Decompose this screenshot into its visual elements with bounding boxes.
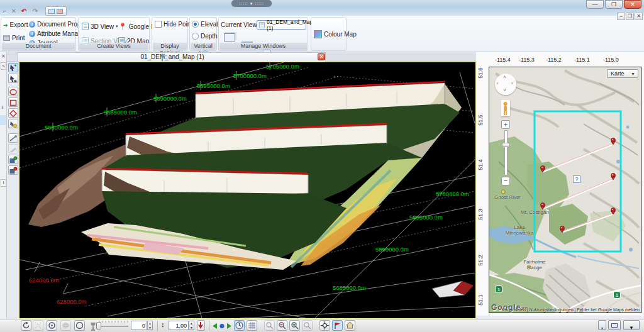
orbit-button[interactable] [47,320,57,331]
apply-scale-button[interactable] [197,320,205,331]
flag-marker-button[interactable] [332,320,343,331]
tab-01-dem-and-map[interactable]: 01_DEM_and_Map (1) [18,52,326,62]
rectangle-select-icon[interactable] [8,97,18,107]
map-help-icon[interactable]: ? [573,175,580,183]
ellipse-select-icon[interactable] [8,87,18,96]
zoom-slider-handle[interactable] [502,143,510,147]
manage-windows-group-label: Manage Windows [219,43,307,50]
mdi-close-icon[interactable]: ✕ [635,13,643,20]
ribbon-group-vertical-axis: Elevation Depth Vertical Axis [189,17,217,51]
current-view-label: Current View: [221,21,258,28]
window-split-icon [48,9,55,14]
3d-view-button[interactable]: 3D View ▾ [82,23,118,30]
panel-chevron-icon[interactable]: ⇓ [1,105,4,110]
panel-close-icon[interactable]: ✕ [1,53,6,59]
pan-mode-control[interactable] [213,321,231,331]
dock-grip[interactable]: ::::: ▾ ::::: [231,0,272,7]
ribbon: – ❐ ✕ ➜ Export Print i Document Properti… [0,16,644,52]
circle-view-button[interactable] [74,320,85,331]
pan-left-icon[interactable]: ‹ [497,80,499,86]
map-canvas[interactable]: Ghost River Mt. Costigan Lake Minnewanka… [489,67,641,313]
map-type-dropdown[interactable]: Karte ▼ [607,69,638,78]
angle-spinbox[interactable]: 0 [131,321,147,330]
polygon-select-icon[interactable] [8,108,18,118]
axis-label-green: 5690000.0m [375,246,409,253]
print-label: Print [12,35,25,42]
zoom-in-button[interactable] [289,320,300,331]
lon-label: -115.1 [574,57,590,63]
rotate-view-button[interactable] [21,320,31,331]
mdi-restore-icon[interactable]: ❐ [626,13,634,20]
map-attribution[interactable]: Kartendaten | Nutzungsbedingungen | Fehl… [502,307,640,312]
window-layout-quick-button[interactable] [45,6,67,16]
measure-tool-icon[interactable] [8,133,18,143]
cascade-windows-icon[interactable] [224,33,235,42]
map-pan-control[interactable]: ˄ ˅ ‹ › [495,74,516,95]
3d-scene: 5680000.0m 5685000.0m 5690000.0m 5695000… [19,62,475,318]
window-icon [611,323,618,328]
map-dropdown-button[interactable]: ▼ [623,320,640,330]
lon-label: -115.2 [546,57,562,63]
zoom-out-button[interactable]: − [501,177,510,185]
zoom-in-button[interactable]: + [501,120,510,129]
undo-icon[interactable]: ↶ [19,7,29,16]
reset-view-button[interactable] [33,320,43,331]
left-dock-strip: ✕ s ⇓ t [0,52,7,332]
time-animation-button[interactable] [234,320,245,331]
remove-point-tool-icon[interactable] [8,165,18,175]
panel-tab-t[interactable]: t [1,179,6,187]
lat-label: 51.6 [477,66,484,80]
edit-tool-icon[interactable] [8,144,18,153]
home-view-button[interactable] [345,320,355,331]
current-view-value: 01_DEM_and_Map (1) [267,19,313,31]
colour-map-icon [314,30,322,38]
axis-label-green: 5680000.0m [45,124,78,131]
axis-label-red: 624000.0m [29,277,59,284]
close-quick-icon[interactable]: ✕ [9,7,19,16]
zoom-window-button[interactable] [264,320,275,331]
pan-up-icon[interactable]: ˄ [503,74,506,80]
zoom-out-button[interactable] [277,320,287,331]
print-button[interactable]: Print [3,35,25,42]
map-window-button[interactable] [608,320,621,330]
redo-icon[interactable]: ↷ [30,7,40,16]
restore-button[interactable]: ❐ [605,0,623,9]
3d-viewport[interactable]: 5680000.0m 5685000.0m 5690000.0m 5695000… [19,62,476,319]
opacity-slider-track[interactable] [98,326,128,327]
panel-selected-row[interactable] [0,115,6,125]
map-collapse-button[interactable]: ▾ [598,320,606,330]
info-icon: i [29,31,35,37]
angle-spinner-arrows[interactable]: ▲▼ [147,321,153,330]
panel-tab-s[interactable]: s [1,62,6,70]
zoom-extent-button[interactable] [302,320,313,331]
select-tool-icon[interactable] [8,74,18,83]
select-add-tool-icon[interactable] [8,63,18,72]
window-icon [57,9,63,14]
scale-spinbox[interactable]: 1,00 [169,321,189,330]
close-button[interactable]: ✕ [624,0,641,9]
current-view-dropdown[interactable]: 01_DEM_and_Map (1) ▼ [257,20,306,30]
grid-toggle-button[interactable] [247,320,257,331]
sphere-view-button[interactable] [60,320,71,331]
scale-spinner-arrows[interactable]: ▲▼ [189,321,194,330]
separator [209,321,209,331]
pan-right-icon[interactable]: › [511,80,513,86]
google-map-panel: -115.4 -115.3 -115.2 -115.1 -115.0 51.6 … [476,52,644,316]
minimize-button[interactable]: — [586,0,604,9]
axis-label-green: 5705000.0m [266,63,299,70]
add-point-tool-icon[interactable] [8,155,18,164]
pan-down-icon[interactable]: ˅ [503,87,506,93]
export-button[interactable]: ➜ Export [3,21,28,28]
zoom-slider-track[interactable] [504,130,508,175]
pegman-control[interactable] [501,100,510,116]
opacity-slider-handle[interactable] [96,322,101,329]
tab-close-icon[interactable]: ✕ [318,53,325,60]
depth-radio[interactable]: Depth [192,33,218,40]
center-view-button[interactable] [319,320,330,331]
display-settings-group-label: Display Settings [153,43,187,50]
ribbon-group-colour-map: Colour Map [311,17,347,51]
colour-map-button[interactable]: Colour Map [314,30,357,38]
mdi-minimize-icon[interactable]: – [617,13,625,20]
lasso-select-icon[interactable] [8,119,18,128]
collapse-icon: ▾ [601,326,603,330]
